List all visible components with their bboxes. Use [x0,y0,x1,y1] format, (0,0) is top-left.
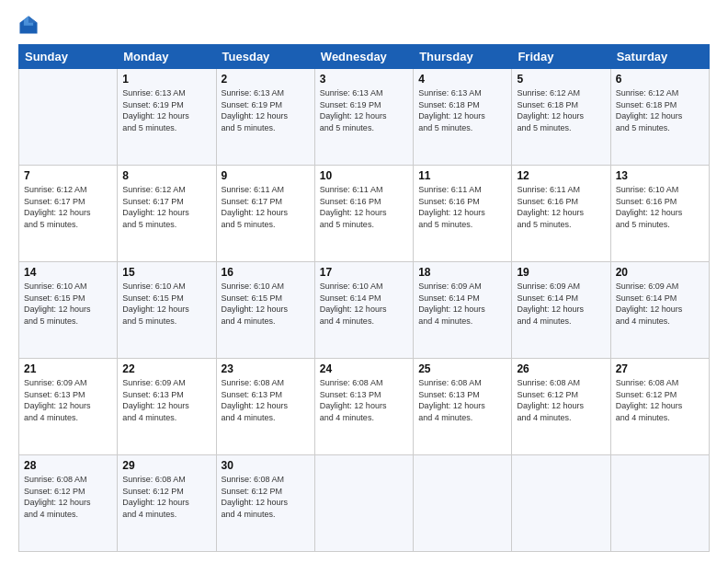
table-cell: 30Sunrise: 6:08 AM Sunset: 6:12 PM Dayli… [216,455,314,552]
table-cell: 26Sunrise: 6:08 AM Sunset: 6:12 PM Dayli… [512,359,610,455]
col-saturday: Saturday [610,45,709,69]
day-number: 25 [418,362,506,375]
day-info: Sunrise: 6:12 AM Sunset: 6:17 PM Dayligh… [24,184,112,230]
table-cell: 14Sunrise: 6:10 AM Sunset: 6:15 PM Dayli… [19,262,118,359]
day-info: Sunrise: 6:13 AM Sunset: 6:18 PM Dayligh… [418,87,506,133]
day-info: Sunrise: 6:08 AM Sunset: 6:13 PM Dayligh… [418,377,506,423]
day-number: 24 [320,362,408,375]
table-cell: 19Sunrise: 6:09 AM Sunset: 6:14 PM Dayli… [512,262,610,359]
table-cell: 16Sunrise: 6:10 AM Sunset: 6:15 PM Dayli… [216,262,314,359]
day-info: Sunrise: 6:11 AM Sunset: 6:16 PM Dayligh… [418,184,506,230]
day-info: Sunrise: 6:13 AM Sunset: 6:19 PM Dayligh… [122,87,210,133]
table-cell: 6Sunrise: 6:12 AM Sunset: 6:18 PM Daylig… [610,69,709,166]
table-cell: 17Sunrise: 6:10 AM Sunset: 6:14 PM Dayli… [314,262,413,359]
day-info: Sunrise: 6:10 AM Sunset: 6:15 PM Dayligh… [222,281,310,327]
table-cell: 18Sunrise: 6:09 AM Sunset: 6:14 PM Dayli… [414,262,512,359]
day-info: Sunrise: 6:13 AM Sunset: 6:19 PM Dayligh… [320,87,408,133]
col-sunday: Sunday [19,45,118,69]
day-info: Sunrise: 6:10 AM Sunset: 6:15 PM Dayligh… [24,281,112,327]
table-cell: 21Sunrise: 6:09 AM Sunset: 6:13 PM Dayli… [19,359,118,455]
week-row-2: 7Sunrise: 6:12 AM Sunset: 6:17 PM Daylig… [19,166,710,262]
day-info: Sunrise: 6:08 AM Sunset: 6:13 PM Dayligh… [320,377,408,423]
day-number: 28 [24,459,112,472]
week-row-5: 28Sunrise: 6:08 AM Sunset: 6:12 PM Dayli… [19,455,710,552]
day-info: Sunrise: 6:11 AM Sunset: 6:17 PM Dayligh… [222,184,310,230]
table-cell [414,455,512,552]
day-info: Sunrise: 6:12 AM Sunset: 6:18 PM Dayligh… [616,87,704,133]
day-info: Sunrise: 6:12 AM Sunset: 6:17 PM Dayligh… [122,184,210,230]
table-cell: 28Sunrise: 6:08 AM Sunset: 6:12 PM Dayli… [19,455,118,552]
day-info: Sunrise: 6:11 AM Sunset: 6:16 PM Dayligh… [320,184,408,230]
day-info: Sunrise: 6:13 AM Sunset: 6:19 PM Dayligh… [222,87,310,133]
table-cell: 10Sunrise: 6:11 AM Sunset: 6:16 PM Dayli… [314,166,413,262]
col-wednesday: Wednesday [314,45,413,69]
day-number: 1 [122,73,210,86]
table-cell: 22Sunrise: 6:09 AM Sunset: 6:13 PM Dayli… [118,359,216,455]
logo-icon [18,15,39,35]
day-number: 6 [616,73,704,86]
table-cell: 25Sunrise: 6:08 AM Sunset: 6:13 PM Dayli… [414,359,512,455]
day-number: 14 [24,266,112,279]
day-info: Sunrise: 6:08 AM Sunset: 6:13 PM Dayligh… [222,377,310,423]
svg-marker-2 [28,16,38,22]
day-number: 7 [24,169,112,182]
page: Sunday Monday Tuesday Wednesday Thursday… [0,0,728,563]
day-info: Sunrise: 6:08 AM Sunset: 6:12 PM Dayligh… [222,474,310,520]
table-cell: 27Sunrise: 6:08 AM Sunset: 6:12 PM Dayli… [610,359,709,455]
day-number: 10 [320,169,408,182]
day-info: Sunrise: 6:09 AM Sunset: 6:14 PM Dayligh… [517,281,605,327]
day-number: 20 [616,266,704,279]
day-number: 12 [517,169,605,182]
calendar-table: Sunday Monday Tuesday Wednesday Thursday… [18,44,710,552]
table-cell: 3Sunrise: 6:13 AM Sunset: 6:19 PM Daylig… [314,69,413,166]
calendar-header-row: Sunday Monday Tuesday Wednesday Thursday… [19,45,710,69]
header [18,15,710,35]
col-tuesday: Tuesday [216,45,314,69]
day-number: 18 [418,266,506,279]
week-row-4: 21Sunrise: 6:09 AM Sunset: 6:13 PM Dayli… [19,359,710,455]
col-thursday: Thursday [414,45,512,69]
day-number: 5 [517,73,605,86]
day-number: 19 [517,266,605,279]
table-cell: 20Sunrise: 6:09 AM Sunset: 6:14 PM Dayli… [610,262,709,359]
table-cell [19,69,118,166]
day-info: Sunrise: 6:10 AM Sunset: 6:15 PM Dayligh… [122,281,210,327]
day-number: 17 [320,266,408,279]
day-info: Sunrise: 6:08 AM Sunset: 6:12 PM Dayligh… [122,474,210,520]
table-cell: 4Sunrise: 6:13 AM Sunset: 6:18 PM Daylig… [414,69,512,166]
day-number: 2 [222,73,310,86]
table-cell [512,455,610,552]
logo [18,15,42,35]
col-monday: Monday [118,45,216,69]
day-number: 30 [222,459,310,472]
day-number: 11 [418,169,506,182]
day-info: Sunrise: 6:09 AM Sunset: 6:14 PM Dayligh… [616,281,704,327]
day-number: 22 [122,362,210,375]
table-cell: 7Sunrise: 6:12 AM Sunset: 6:17 PM Daylig… [19,166,118,262]
table-cell: 5Sunrise: 6:12 AM Sunset: 6:18 PM Daylig… [512,69,610,166]
day-number: 16 [222,266,310,279]
day-number: 21 [24,362,112,375]
table-cell: 1Sunrise: 6:13 AM Sunset: 6:19 PM Daylig… [118,69,216,166]
table-cell: 15Sunrise: 6:10 AM Sunset: 6:15 PM Dayli… [118,262,216,359]
day-info: Sunrise: 6:10 AM Sunset: 6:16 PM Dayligh… [616,184,704,230]
day-info: Sunrise: 6:09 AM Sunset: 6:14 PM Dayligh… [418,281,506,327]
table-cell: 13Sunrise: 6:10 AM Sunset: 6:16 PM Dayli… [610,166,709,262]
day-number: 29 [122,459,210,472]
day-number: 4 [418,73,506,86]
table-cell: 2Sunrise: 6:13 AM Sunset: 6:19 PM Daylig… [216,69,314,166]
table-cell: 29Sunrise: 6:08 AM Sunset: 6:12 PM Dayli… [118,455,216,552]
day-number: 9 [222,169,310,182]
day-info: Sunrise: 6:11 AM Sunset: 6:16 PM Dayligh… [517,184,605,230]
day-number: 26 [517,362,605,375]
day-number: 15 [122,266,210,279]
day-number: 3 [320,73,408,86]
day-info: Sunrise: 6:09 AM Sunset: 6:13 PM Dayligh… [122,377,210,423]
day-info: Sunrise: 6:10 AM Sunset: 6:14 PM Dayligh… [320,281,408,327]
day-number: 27 [616,362,704,375]
day-info: Sunrise: 6:08 AM Sunset: 6:12 PM Dayligh… [517,377,605,423]
day-info: Sunrise: 6:08 AM Sunset: 6:12 PM Dayligh… [616,377,704,423]
table-cell: 8Sunrise: 6:12 AM Sunset: 6:17 PM Daylig… [118,166,216,262]
day-info: Sunrise: 6:12 AM Sunset: 6:18 PM Dayligh… [517,87,605,133]
day-info: Sunrise: 6:09 AM Sunset: 6:13 PM Dayligh… [24,377,112,423]
